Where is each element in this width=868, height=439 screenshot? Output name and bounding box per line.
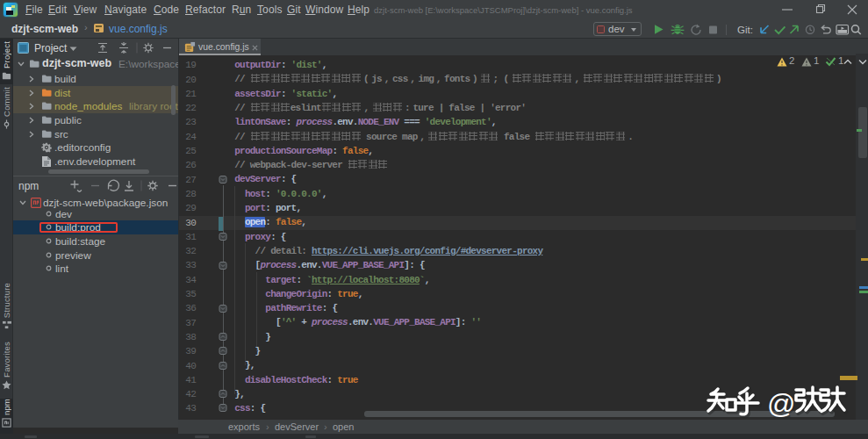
svg-text:Git:: Git: <box>737 25 753 35</box>
svg-text:@: @ <box>767 388 795 420</box>
